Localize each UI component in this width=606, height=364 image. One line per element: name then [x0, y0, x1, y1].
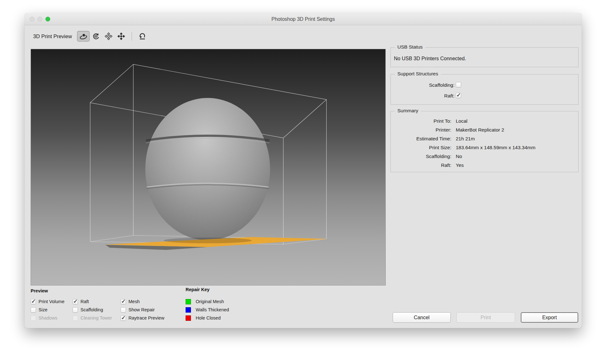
summary-row: Scaffolding: No [391, 154, 578, 160]
usb-status-message: No USB 3D Printers Connected. [394, 56, 466, 62]
summary-title: Summary [395, 108, 421, 114]
raft-row: Raft: [391, 93, 578, 99]
slide-icon [117, 32, 126, 40]
original-mesh-swatch [186, 299, 191, 304]
show-repair-checkbox[interactable] [121, 307, 126, 313]
toolbar-separator [132, 32, 132, 41]
scaffolding-checkbox[interactable] [456, 82, 461, 87]
scaffolding-label: Scaffolding: [429, 82, 454, 88]
scaffolding-preview-label: Scaffolding [80, 307, 103, 312]
print-to-label: Print To: [391, 118, 451, 124]
repair-key-legend: Original Mesh Walls Thickened Hole Close… [186, 297, 229, 322]
shadows-checkbox [31, 315, 36, 321]
raft-preview-checkbox[interactable] [73, 299, 78, 304]
title-bar[interactable]: Photoshop 3D Print Settings [25, 13, 582, 25]
reset-view-button[interactable] [136, 31, 149, 42]
mesh-checkbox[interactable] [121, 299, 126, 304]
size-label: Size [39, 307, 47, 312]
summary-scaffolding-label: Scaffolding: [391, 154, 451, 159]
summary-row: Print To: Local [391, 118, 578, 125]
print-preview-viewport[interactable] [31, 49, 386, 285]
option-size: Size [31, 307, 73, 313]
preview-options-grid: Print Volume Size Shadows Raft Scaffoldi… [31, 297, 177, 322]
print-settings-dialog: Photoshop 3D Print Settings 3D Print Pre… [25, 13, 582, 328]
print-volume-label: Print Volume [39, 299, 64, 304]
roll-icon [92, 32, 100, 40]
print-button[interactable]: Print [456, 312, 515, 323]
option-show-repair: Show Repair [121, 307, 177, 313]
reset-icon [138, 32, 147, 40]
preview-options-title: Preview [31, 288, 48, 293]
show-repair-label: Show Repair [128, 307, 155, 312]
option-mesh: Mesh [121, 299, 177, 304]
window-title: Photoshop 3D Print Settings [25, 13, 582, 25]
usb-status-group: USB Status No USB 3D Printers Connected. [390, 47, 579, 67]
roll-camera-button[interactable] [90, 31, 102, 42]
raft-preview-label: Raft [80, 299, 89, 304]
mesh-label: Mesh [128, 299, 140, 304]
summary-row: Estimated Time: 21h 21m [391, 136, 578, 142]
print-size-label: Print Size: [391, 145, 451, 150]
export-button[interactable]: Export [521, 312, 578, 323]
summary-row: Print Size: 183.64mm x 148.59mm x 143.34… [391, 145, 578, 151]
summary-scaffolding-value: No [456, 154, 462, 159]
printer-label: Printer: [391, 127, 451, 133]
summary-raft-value: Yes [456, 162, 464, 168]
cleaning-tower-checkbox [73, 315, 78, 321]
print-volume-checkbox[interactable] [31, 299, 36, 304]
scaffolding-row: Scaffolding: [391, 82, 578, 89]
option-scaffolding: Scaffolding [73, 307, 121, 313]
preview-toolbar: 3D Print Preview [33, 29, 149, 44]
estimated-time-label: Estimated Time: [391, 136, 451, 142]
slide-camera-button[interactable] [115, 31, 128, 42]
cancel-button[interactable]: Cancel [393, 312, 451, 323]
model-sphere [145, 98, 270, 240]
toolbar-label: 3D Print Preview [33, 33, 72, 39]
legend-original-mesh: Original Mesh [186, 297, 229, 306]
print-to-value: Local [456, 118, 467, 124]
walls-thickened-label: Walls Thickened [196, 307, 229, 312]
pan-icon [104, 32, 113, 40]
hole-closed-swatch [186, 315, 191, 321]
option-cleaning-tower: Cleaning Tower [73, 315, 121, 321]
orbit-camera-button[interactable] [77, 31, 90, 42]
walls-thickened-swatch [186, 307, 191, 313]
legend-hole-closed: Hole Closed [186, 314, 229, 322]
desktop: Photoshop 3D Print Settings 3D Print Pre… [0, 0, 606, 364]
original-mesh-label: Original Mesh [196, 299, 224, 304]
orbit-icon [79, 32, 88, 40]
legend-walls-thickened: Walls Thickened [186, 306, 229, 314]
support-structures-title: Support Structures [395, 71, 441, 77]
pan-camera-button[interactable] [102, 31, 115, 42]
summary-group: Summary Print To: Local Printer: MakerBo… [390, 111, 579, 172]
raytrace-preview-checkbox[interactable] [121, 315, 126, 321]
support-structures-group: Support Structures Scaffolding: Raft: [390, 74, 579, 105]
estimated-time-value: 21h 21m [456, 136, 475, 142]
size-checkbox[interactable] [31, 307, 36, 313]
repair-key-title: Repair Key [186, 287, 210, 292]
raft-checkbox[interactable] [456, 93, 461, 98]
hole-closed-label: Hole Closed [196, 315, 221, 320]
raytrace-preview-label: Raytrace Preview [128, 315, 164, 320]
summary-row: Printer: MakerBot Replicator 2 [391, 127, 578, 133]
option-raytrace-preview: Raytrace Preview [121, 315, 177, 321]
usb-status-title: USB Status [395, 44, 425, 50]
printer-value: MakerBot Replicator 2 [456, 127, 504, 133]
scaffolding-preview-checkbox[interactable] [73, 307, 78, 313]
option-print-volume: Print Volume [31, 299, 73, 304]
option-raft: Raft [73, 299, 121, 304]
print-size-value: 183.64mm x 148.59mm x 143.34mm [456, 145, 535, 150]
cleaning-tower-label: Cleaning Tower [80, 315, 112, 320]
summary-raft-label: Raft: [391, 162, 451, 168]
contact-shadow [163, 238, 252, 243]
raft-label: Raft: [444, 93, 454, 99]
summary-row: Raft: Yes [391, 162, 578, 169]
shadows-label: Shadows [39, 315, 57, 320]
option-shadows: Shadows [31, 315, 73, 321]
